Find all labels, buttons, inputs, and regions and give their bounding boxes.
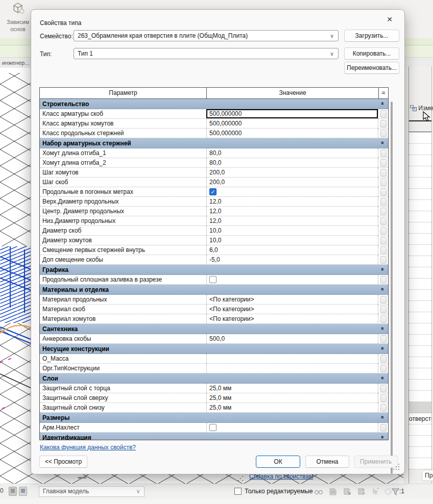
param-value[interactable]: <По категории> xyxy=(206,295,378,304)
synchronize-icon[interactable] xyxy=(357,487,366,496)
param-value[interactable]: 200,0 xyxy=(206,178,378,187)
associate-param-button[interactable] xyxy=(380,394,387,402)
load-button[interactable]: Загрузить... xyxy=(344,30,399,42)
param-value[interactable]: <По категории> xyxy=(206,314,378,323)
param-value[interactable]: 500,000000 xyxy=(206,109,378,118)
associate-param-button[interactable] xyxy=(380,130,387,137)
param-value[interactable]: 200,0 xyxy=(206,168,378,177)
associate-param-button[interactable] xyxy=(380,296,387,304)
section-header[interactable]: Набор арматурных стержней» xyxy=(40,138,388,148)
associate-param-button[interactable] xyxy=(380,217,387,225)
param-value[interactable] xyxy=(206,364,378,373)
collapse-chevron-icon[interactable]: » xyxy=(376,267,388,273)
param-value[interactable]: -5,0 xyxy=(206,255,378,264)
param-value[interactable]: 12,0 xyxy=(206,216,378,225)
help-link[interactable]: Какова функция данных свойств? xyxy=(40,444,136,451)
param-value[interactable]: ✓ xyxy=(206,187,378,196)
modify-button-fragment[interactable]: Измен xyxy=(410,105,433,112)
associate-param-button[interactable] xyxy=(380,246,387,254)
param-value[interactable]: 500,000000 xyxy=(206,129,378,138)
palette-resize-handle[interactable] xyxy=(78,477,86,478)
associate-param-button[interactable] xyxy=(380,276,387,284)
section-header[interactable]: Размеры» xyxy=(40,413,388,423)
collapse-chevron-icon[interactable]: » xyxy=(376,326,388,332)
associate-param-button[interactable] xyxy=(380,335,387,343)
editing-requests-icon[interactable] xyxy=(328,487,338,496)
section-header[interactable]: Слои» xyxy=(40,373,388,384)
duplicate-button[interactable]: Копировать... xyxy=(344,47,399,60)
associate-param-button[interactable] xyxy=(380,404,387,412)
associate-param-button[interactable] xyxy=(380,355,387,363)
param-value[interactable]: <По категории> xyxy=(206,305,378,314)
active-model-dropdown[interactable]: Главная модель ∨ xyxy=(39,486,145,497)
select-elements-icon[interactable] xyxy=(371,487,380,496)
close-icon[interactable]: ✕ xyxy=(381,13,398,26)
associate-param-button[interactable] xyxy=(380,237,387,244)
checkbox-unchecked[interactable] xyxy=(209,424,216,431)
param-value[interactable] xyxy=(206,354,378,363)
preview-button[interactable]: << Просмотр xyxy=(39,456,87,468)
param-value[interactable]: 12,0 xyxy=(206,197,378,206)
collapse-chevron-icon[interactable]: » xyxy=(376,435,388,441)
param-value[interactable]: 500,0 xyxy=(206,334,378,343)
section-header[interactable]: Идентификация» xyxy=(40,433,388,440)
collapse-chevron-icon[interactable]: » xyxy=(376,101,388,107)
param-value[interactable]: 12,0 xyxy=(206,207,378,216)
palette-apply-button[interactable]: При xyxy=(422,470,433,481)
status-icon-2[interactable] xyxy=(19,487,27,496)
cancel-button[interactable]: Отмена xyxy=(305,456,349,468)
dialog-resize-grip[interactable] xyxy=(393,464,400,471)
associate-param-button[interactable] xyxy=(380,179,387,186)
associate-param-button[interactable] xyxy=(380,208,387,215)
rename-button[interactable]: Переименовать... xyxy=(344,62,399,74)
collapse-chevron-icon[interactable]: » xyxy=(376,346,388,352)
section-header[interactable]: Несущие конструкции» xyxy=(40,344,388,354)
param-value[interactable]: 10,0 xyxy=(206,236,378,245)
associate-param-button[interactable] xyxy=(380,149,387,157)
relinquish-icon[interactable] xyxy=(343,487,352,496)
table-scrollbar[interactable] xyxy=(391,102,393,474)
associate-param-button[interactable] xyxy=(380,110,387,118)
associate-param-button[interactable] xyxy=(380,424,387,432)
param-value[interactable] xyxy=(206,275,378,284)
param-value[interactable]: 80,0 xyxy=(206,148,378,158)
associate-param-button[interactable] xyxy=(380,169,387,177)
param-value[interactable]: 80,0 xyxy=(206,158,378,167)
associate-param-button[interactable] xyxy=(380,227,387,235)
collapse-chevron-icon[interactable]: » xyxy=(376,140,388,146)
checkbox-checked[interactable]: ✓ xyxy=(209,188,216,195)
section-header[interactable]: Графика» xyxy=(40,265,388,275)
type-dropdown[interactable]: Тип 1 ∨ xyxy=(74,48,339,59)
param-column-header[interactable]: Параметр xyxy=(40,88,207,98)
section-header[interactable]: Строительство» xyxy=(40,99,388,109)
view-tab-label[interactable]: инженер... xyxy=(2,60,29,66)
param-value[interactable]: 25,0 мм xyxy=(206,403,378,412)
param-value[interactable]: 6,0 xyxy=(206,245,378,255)
associate-param-button[interactable] xyxy=(380,315,387,323)
associate-param-button[interactable] xyxy=(380,256,387,264)
ribbon-button-dependent[interactable]: Зависим основ xyxy=(2,0,34,37)
editable-only-checkbox[interactable] xyxy=(234,488,242,495)
apply-button[interactable]: Применить xyxy=(354,456,398,468)
associate-param-button[interactable] xyxy=(380,198,387,206)
param-value[interactable]: 25,0 мм xyxy=(206,384,378,393)
family-dropdown[interactable]: 263_Обрамления края отверстия в плите (О… xyxy=(74,30,339,41)
associate-param-button[interactable] xyxy=(380,385,387,392)
param-value[interactable]: 500,000000 xyxy=(206,119,378,128)
ok-button[interactable]: ОК xyxy=(256,456,300,468)
section-header[interactable]: Сантехника» xyxy=(40,324,388,334)
associate-param-button[interactable] xyxy=(380,120,387,128)
collapse-chevron-icon[interactable]: » xyxy=(376,375,388,382)
value-column-header[interactable]: Значение xyxy=(207,88,379,98)
param-value[interactable]: 25,0 мм xyxy=(206,393,378,402)
collapse-chevron-icon[interactable]: » xyxy=(376,415,388,421)
associate-param-button[interactable] xyxy=(380,306,387,313)
associate-param-button[interactable] xyxy=(380,365,387,372)
checkbox-unchecked[interactable] xyxy=(209,276,216,283)
param-value[interactable] xyxy=(206,423,378,432)
associate-param-button[interactable] xyxy=(380,159,387,167)
associate-param-button[interactable] xyxy=(380,188,387,196)
worksets-icon[interactable] xyxy=(314,487,323,496)
collapse-chevron-icon[interactable]: » xyxy=(376,287,388,293)
param-value[interactable]: 10,0 xyxy=(206,226,378,235)
